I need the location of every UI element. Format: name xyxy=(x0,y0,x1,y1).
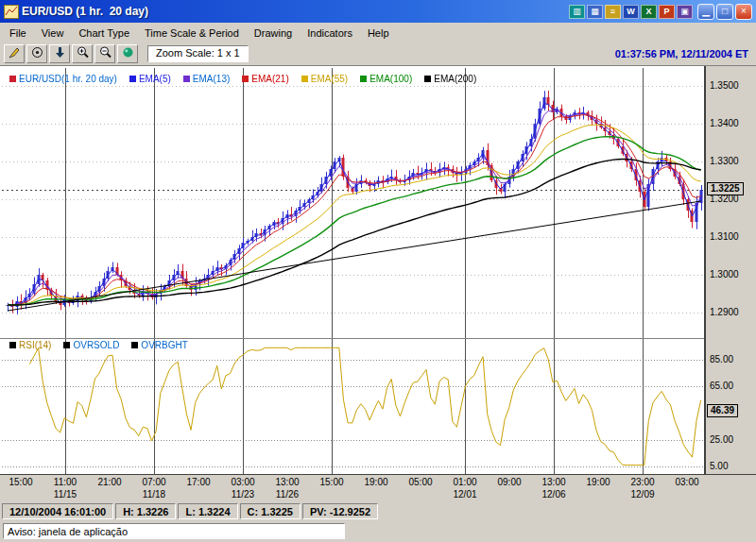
excel-icon[interactable]: X xyxy=(641,5,657,19)
x-axis: 15:0011:0021:0007:0017:0003:0013:0015:00… xyxy=(0,474,756,502)
x-date-label: 11/26 xyxy=(276,489,299,500)
zoom-out-tool[interactable] xyxy=(94,44,115,63)
x-time-label: 01:00 xyxy=(453,477,476,487)
legend-label: EUR/USD(1 hr. 20 day) xyxy=(19,74,117,84)
rsi-tick-label: 85.00 xyxy=(710,354,733,364)
x-date-label: 11/15 xyxy=(54,489,77,500)
menu-item-chart-type[interactable]: Chart Type xyxy=(71,25,137,41)
zoom-scale-label: Zoom Scale: 1 x 1 xyxy=(147,45,249,62)
x-date-label: 12/01 xyxy=(453,489,476,500)
price-tick-label: 1.3400 xyxy=(710,118,739,128)
menu-bar: FileViewChart TypeTime Scale & PeriodDra… xyxy=(0,23,756,42)
minimize-button[interactable]: ▁ xyxy=(697,4,714,20)
chart-window-icon[interactable]: ▦ xyxy=(587,5,603,19)
legend-item: EMA(13) xyxy=(183,74,230,84)
legend-item: EMA(200) xyxy=(424,74,476,84)
legend-label: EMA(5) xyxy=(139,74,171,84)
quotes-window-icon[interactable]: ▥ xyxy=(569,5,585,19)
menu-item-help[interactable]: Help xyxy=(360,25,397,41)
price-tick-label: 1.3300 xyxy=(710,156,739,166)
legend-item: EUR/USD(1 hr. 20 day) xyxy=(9,74,117,84)
status-datetime: 12/10/2004 16:01:00 xyxy=(2,503,113,519)
menu-item-file[interactable]: File xyxy=(2,25,34,41)
crosshair-icon xyxy=(30,45,44,63)
price-tick-label: 1.3000 xyxy=(710,269,739,279)
titlebar[interactable]: EUR/USD (1 hr. 20 day) ▥▦≡WXP▣ ▁□× xyxy=(0,0,756,23)
last-price-tag: 1.3225 xyxy=(707,182,744,195)
word-icon[interactable]: W xyxy=(623,5,639,19)
price-tick-label: 1.2900 xyxy=(710,307,739,317)
rsi-tick-label: 25.00 xyxy=(710,434,733,445)
legend-label: RSI(14) xyxy=(19,340,51,350)
status-close: C: 1.3225 xyxy=(240,503,301,519)
price-tick-label: 1.3500 xyxy=(710,80,739,91)
x-time-label: 21:00 xyxy=(97,477,121,487)
chart-region: EUR/USD(1 hr. 20 day)EMA(5)EMA(13)EMA(21… xyxy=(0,66,756,502)
menu-item-time-scale-period[interactable]: Time Scale & Period xyxy=(137,25,247,41)
snap-tool[interactable] xyxy=(117,44,138,63)
menu-item-view[interactable]: View xyxy=(34,25,72,41)
legend-item: OVRBGHT xyxy=(131,340,187,350)
status-pv: PV: -12.9252 xyxy=(302,503,378,519)
legend-label: EMA(100) xyxy=(369,74,412,84)
clock-label: 01:37:56 PM, 12/11/2004 ET xyxy=(615,48,752,59)
legend-square-icon xyxy=(242,76,249,82)
status-low: L: 1.3224 xyxy=(178,503,237,519)
powerpoint-icon[interactable]: P xyxy=(659,5,675,19)
legend-square-icon xyxy=(9,76,16,82)
x-date-label: 12/06 xyxy=(541,489,565,500)
bottom-bar: Aviso: janela de aplicação xyxy=(0,520,756,542)
titlebar-icon-group: ▥▦≡WXP▣ xyxy=(569,5,693,19)
menu-item-drawing[interactable]: Drawing xyxy=(247,25,300,41)
app-window-icon[interactable]: ▣ xyxy=(677,5,693,19)
x-time-label: 09:00 xyxy=(497,477,521,487)
news-window-icon[interactable]: ≡ xyxy=(605,5,621,19)
x-time-label: 03:00 xyxy=(231,477,254,487)
legend-square-icon xyxy=(183,76,190,82)
draw-line-icon xyxy=(8,45,22,63)
toolbar-tool-group xyxy=(4,44,138,63)
legend-label: EMA(21) xyxy=(251,74,288,84)
app-icon xyxy=(4,5,19,19)
rsi-tick-label: 65.00 xyxy=(710,381,733,391)
legend-square-icon xyxy=(424,76,431,82)
maximize-button[interactable]: □ xyxy=(716,4,733,20)
zoom-out-icon xyxy=(98,45,112,63)
legend-item: EMA(5) xyxy=(129,74,171,84)
status-bar: 12/10/2004 16:01:00H: 1.3226L: 1.3224C: … xyxy=(0,502,756,520)
x-time-label: 19:00 xyxy=(364,477,387,487)
window-title: EUR/USD (1 hr. 20 day) xyxy=(22,5,148,18)
window-button-group: ▁□× xyxy=(696,4,752,20)
legend-square-icon xyxy=(131,342,138,348)
x-date-label: 11/18 xyxy=(143,489,165,500)
legend-square-icon xyxy=(9,342,16,348)
price-axis-gutter: 1.3225 46.39 1.35001.34001.33001.32001.3… xyxy=(705,66,756,474)
x-time-label: 07:00 xyxy=(142,477,165,487)
last-rsi-tag: 46.39 xyxy=(707,404,738,417)
application-window: EUR/USD (1 hr. 20 day) ▥▦≡WXP▣ ▁□× FileV… xyxy=(0,0,756,542)
chart-canvas[interactable] xyxy=(0,66,705,474)
legend-square-icon xyxy=(63,342,70,348)
menu-item-indicators[interactable]: Indicators xyxy=(300,25,360,41)
x-time-label: 15:00 xyxy=(319,477,343,487)
legend-item: EMA(100) xyxy=(360,74,412,84)
legend-square-icon xyxy=(129,76,136,82)
legend-item: RSI(14) xyxy=(9,340,51,350)
draw-line-tool[interactable] xyxy=(4,44,25,63)
status-high: H: 1.3226 xyxy=(115,503,176,519)
x-time-label: 13:00 xyxy=(541,477,565,487)
legend-label: OVRSOLD xyxy=(73,340,119,350)
legend-item: EMA(55) xyxy=(301,74,348,84)
crosshair-tool[interactable] xyxy=(26,44,47,63)
x-date-label: 11/23 xyxy=(232,489,254,500)
arrow-down-tool[interactable] xyxy=(49,44,70,63)
close-button[interactable]: × xyxy=(735,4,752,20)
x-time-label: 23:00 xyxy=(630,477,654,487)
legend-label: EMA(200) xyxy=(434,74,476,84)
x-time-label: 11:00 xyxy=(54,477,77,487)
price-tick-label: 1.3100 xyxy=(710,231,739,242)
notice-field[interactable]: Aviso: janela de aplicação xyxy=(3,523,345,539)
zoom-in-tool[interactable] xyxy=(72,44,93,63)
price-legend: EUR/USD(1 hr. 20 day)EMA(5)EMA(13)EMA(21… xyxy=(9,74,476,84)
zoom-in-icon xyxy=(76,45,90,63)
